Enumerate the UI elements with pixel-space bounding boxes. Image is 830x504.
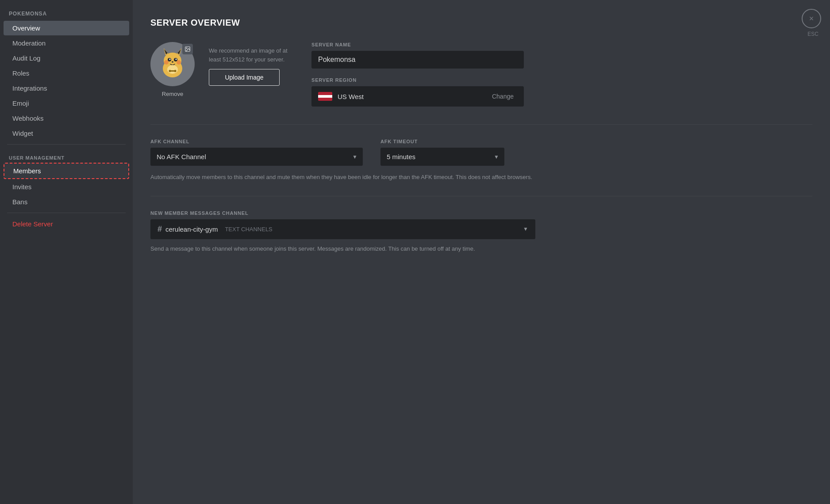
section-divider-1 — [150, 124, 812, 125]
server-name-label: SERVER NAME — [311, 42, 524, 47]
sidebar-item-label: Widget — [12, 130, 33, 137]
server-name-input[interactable] — [311, 51, 524, 69]
server-region-field: SERVER REGION US West Change — [311, 77, 524, 107]
close-icon: × — [809, 14, 814, 23]
channel-left: # cerulean-city-gym TEXT CHANNELS — [158, 225, 273, 234]
page-title: SERVER OVERVIEW — [150, 18, 812, 28]
svg-point-9 — [176, 59, 177, 60]
afk-channel-label: AFK CHANNEL — [150, 139, 363, 144]
remove-button[interactable]: Remove — [162, 91, 183, 97]
svg-point-8 — [169, 59, 171, 60]
sidebar-item-label: Emoji — [12, 99, 29, 107]
region-left: US West — [318, 92, 364, 101]
sidebar-item-delete-server[interactable]: Delete Server — [4, 217, 129, 231]
region-selector[interactable]: US West Change — [311, 86, 524, 107]
sidebar-divider-2 — [7, 213, 126, 213]
afk-timeout-label: AFK TIMEOUT — [380, 139, 504, 144]
afk-timeout-select-wrapper: 5 minutes ▼ — [380, 148, 504, 166]
channel-selector[interactable]: # cerulean-city-gym TEXT CHANNELS ▼ — [150, 219, 535, 239]
afk-timeout-field: AFK TIMEOUT 5 minutes ▼ — [380, 139, 504, 166]
sidebar-item-label: Webhooks — [12, 115, 44, 122]
afk-section: AFK CHANNEL No AFK Channel ▼ AFK TIMEOUT… — [150, 139, 812, 166]
sidebar-item-label: Audit Log — [12, 54, 40, 62]
svg-point-18 — [186, 48, 187, 49]
afk-timeout-select[interactable]: 5 minutes — [380, 148, 504, 166]
close-button[interactable]: × — [802, 9, 821, 28]
channel-dropdown-arrow-icon: ▼ — [523, 226, 528, 232]
us-flag-icon — [318, 92, 332, 101]
sidebar-item-label: Members — [13, 167, 41, 175]
svg-point-10 — [164, 60, 169, 65]
sidebar-item-members[interactable]: Members — [4, 163, 129, 179]
server-icon-wrapper[interactable] — [150, 42, 195, 86]
hash-icon: # — [158, 225, 162, 234]
sidebar-divider — [7, 144, 126, 145]
sidebar-item-label: Bans — [12, 198, 27, 206]
sidebar-item-integrations[interactable]: Integrations — [4, 81, 129, 95]
upload-image-button[interactable]: Upload Image — [209, 69, 280, 86]
upload-overlay-icon[interactable] — [182, 44, 193, 54]
sidebar-item-widget[interactable]: Widget — [4, 126, 129, 141]
user-management-section-label: USER MANAGEMENT — [0, 148, 133, 162]
sidebar-item-overview[interactable]: Overview — [4, 21, 129, 35]
change-region-button[interactable]: Change — [488, 91, 517, 102]
esc-label: ESC — [807, 31, 818, 37]
sidebar-item-label: Delete Server — [12, 220, 53, 228]
sidebar-item-label: Overview — [12, 24, 40, 32]
sidebar-item-bans[interactable]: Bans — [4, 195, 129, 209]
sidebar-item-label: Invites — [12, 183, 31, 191]
sidebar-item-roles[interactable]: Roles — [4, 66, 129, 80]
afk-channel-field: AFK CHANNEL No AFK Channel ▼ — [150, 139, 363, 166]
afk-channel-select[interactable]: No AFK Channel — [150, 148, 363, 166]
server-region-label: SERVER REGION — [311, 77, 524, 83]
server-fields: SERVER NAME SERVER REGION US West Change — [311, 42, 524, 107]
channel-type-label: TEXT CHANNELS — [225, 226, 272, 233]
sidebar-item-moderation[interactable]: Moderation — [4, 36, 129, 50]
server-name-label: POKEMONSA — [0, 7, 133, 20]
sidebar-item-invites[interactable]: Invites — [4, 179, 129, 194]
afk-description-text: Automatically move members to this chann… — [150, 173, 535, 182]
main-content: × ESC SERVER OVERVIEW — [133, 0, 830, 504]
channel-description-text: Send a message to this channel when some… — [150, 244, 535, 253]
svg-point-13 — [167, 65, 178, 74]
afk-channel-select-wrapper: No AFK Channel ▼ — [150, 148, 363, 166]
sidebar-item-audit-log[interactable]: Audit Log — [4, 51, 129, 65]
section-divider-2 — [150, 196, 812, 196]
server-name-field: SERVER NAME — [311, 42, 524, 69]
svg-point-12 — [172, 61, 173, 63]
server-icon-section: Remove — [150, 42, 195, 97]
sidebar-item-emoji[interactable]: Emoji — [4, 96, 129, 111]
new-member-label: NEW MEMBER MESSAGES CHANNEL — [150, 210, 812, 216]
sidebar-item-webhooks[interactable]: Webhooks — [4, 111, 129, 126]
sidebar-item-label: Roles — [12, 69, 29, 77]
svg-point-11 — [177, 60, 181, 65]
region-name: US West — [338, 93, 364, 100]
overview-top-section: Remove We recommend an image of at least… — [150, 42, 812, 107]
svg-point-16 — [174, 70, 177, 72]
sidebar-item-label: Moderation — [12, 39, 46, 47]
channel-name: cerulean-city-gym — [165, 225, 218, 233]
sidebar-item-label: Integrations — [12, 84, 47, 92]
upload-section: We recommend an image of at least 512x51… — [209, 42, 297, 86]
upload-hint-text: We recommend an image of at least 512x51… — [209, 46, 297, 64]
sidebar: POKEMONSA Overview Moderation Audit Log … — [0, 0, 133, 504]
new-member-section: NEW MEMBER MESSAGES CHANNEL # cerulean-c… — [150, 210, 812, 253]
svg-point-15 — [169, 70, 171, 72]
